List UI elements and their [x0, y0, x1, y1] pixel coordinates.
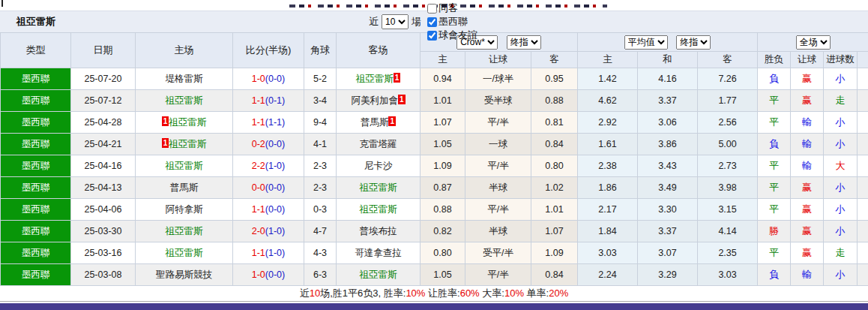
handicap-home-odds: 1.09	[421, 155, 465, 177]
away-team[interactable]: 祖亞雷斯	[337, 264, 421, 286]
filter-checkbox-label-0[interactable]: 同客	[421, 2, 477, 15]
handicap-line: 受平/半	[465, 242, 531, 264]
avg-home-odds: 1.86	[578, 177, 638, 199]
rank-badge: 1	[162, 116, 169, 126]
handicap-line: 平/半	[465, 155, 531, 177]
footer-stat-segment: 单率:	[524, 287, 549, 299]
avg-home-odds: 1.61	[578, 134, 638, 155]
handicap-away-odds: 0.84	[531, 134, 578, 155]
result-handicap: 赢	[791, 242, 824, 264]
handicap-home-odds: 1.07	[421, 112, 465, 134]
league-badge[interactable]: 墨西聯	[1, 134, 71, 155]
handicap-home-odds: 1.05	[421, 134, 465, 155]
avg-draw-odds: 3.49	[638, 177, 698, 199]
col-header-corner: 角球	[304, 33, 337, 68]
league-badge[interactable]: 墨西聯	[1, 242, 71, 264]
avg-away-odds: 4.14	[698, 221, 758, 242]
league-badge[interactable]: 墨西聯	[1, 90, 71, 112]
filter-checkbox-1[interactable]	[427, 17, 437, 27]
halftime-score: (1-0)	[265, 226, 285, 236]
match-date: 25-04-28	[71, 112, 136, 134]
halftime-score: (1-0)	[265, 161, 285, 171]
avg-draw-odds: 3.30	[638, 199, 698, 221]
away-team[interactable]: 尼卡沙	[337, 155, 421, 177]
fulltime-score: 1-1	[252, 95, 265, 106]
match-date: 25-07-12	[71, 90, 136, 112]
halftime-score: (0-0)	[265, 182, 285, 193]
fulltime-score: 1-1	[252, 117, 265, 128]
away-team[interactable]: 哥達拿查拉	[337, 242, 421, 264]
footer-stat-segment: 10	[310, 287, 320, 299]
handicap-home-odds: 0.87	[421, 177, 465, 199]
league-badge[interactable]: 墨西聯	[1, 199, 71, 221]
league-badge[interactable]: 墨西聯	[1, 155, 71, 177]
cut-column	[858, 264, 868, 286]
final-odds-select-2[interactable]: 终指	[676, 35, 711, 50]
away-team[interactable]: 祖亞雷斯	[337, 199, 421, 221]
home-team[interactable]: 阿特拿斯	[136, 199, 233, 221]
away-team[interactable]: 祖亞雷斯	[337, 177, 421, 199]
match-row: 墨西聯25-03-08聖路易斯競技1-0(0-0)6-3祖亞雷斯1.05平/半0…	[1, 264, 868, 286]
result-wdl: 負	[758, 134, 791, 155]
cut-column	[858, 242, 868, 264]
filter-controls: 近 10 場 同客墨西聯球會友誼	[369, 11, 479, 32]
fulltime-score: 2-0	[252, 226, 265, 236]
away-team[interactable]: 克雷塔羅	[337, 134, 421, 155]
home-team[interactable]: 祖亞雷斯	[136, 90, 233, 112]
result-wdl: 負	[758, 68, 791, 90]
filter-checkboxes: 同客墨西聯球會友誼	[421, 2, 479, 42]
cut-column	[858, 112, 868, 134]
filter-checkbox-label-1[interactable]: 墨西聯	[421, 15, 477, 29]
bottom-accent-bar	[0, 303, 868, 310]
handicap-away-odds: 0.88	[531, 90, 578, 112]
score-cell: 2-2(1-0)	[233, 155, 304, 177]
home-team[interactable]: 聖路易斯競技	[136, 264, 233, 286]
league-badge[interactable]: 墨西聯	[1, 177, 71, 199]
corner-score: 2-3	[304, 177, 337, 199]
handicap-home-odds: 0.88	[421, 199, 465, 221]
halftime-score: (0-0)	[265, 74, 285, 84]
league-badge[interactable]: 墨西聯	[1, 112, 71, 134]
team-header-bar: 祖亞雷斯 近 10 場 同客墨西聯球會友誼	[0, 11, 868, 32]
footer-stat-segment: 让胜率:	[425, 287, 459, 299]
rank-badge: 1	[398, 95, 406, 104]
filter-checkbox-0[interactable]	[427, 4, 437, 14]
away-team[interactable]: 普馬斯1	[337, 112, 421, 134]
fulltime-select[interactable]: 全场	[796, 35, 831, 50]
corner-score: 2-3	[304, 155, 337, 177]
footer-stat-segment: 场,胜1平6负3, 胜率:	[320, 287, 406, 299]
result-handicap: 赢	[791, 90, 824, 112]
filter-checkbox-2[interactable]	[427, 31, 437, 41]
home-team[interactable]: 1祖亞雷斯	[136, 134, 233, 155]
home-team[interactable]: 祖亞雷斯	[136, 155, 233, 177]
result-handicap: 赢	[791, 177, 824, 199]
handicap-line: 一/球半	[465, 68, 531, 90]
away-team[interactable]: 普埃布拉	[337, 221, 421, 242]
result-goals: 小	[824, 199, 858, 221]
score-cell: 1-1(1-0)	[233, 242, 304, 264]
games-label: 場	[412, 15, 421, 29]
home-team[interactable]: 1祖亞雷斯	[136, 112, 233, 134]
result-handicap: 輸	[791, 112, 824, 134]
corner-score: 6-3	[304, 264, 337, 286]
average-odds-select[interactable]: 平均值	[624, 35, 668, 50]
league-badge[interactable]: 墨西聯	[1, 68, 71, 90]
league-badge[interactable]: 墨西聯	[1, 221, 71, 242]
match-row: 墨西聯25-03-30祖亞雷斯2-0(1-0)4-7普埃布拉0.82半球1.07…	[1, 221, 868, 242]
home-team[interactable]: 堤格雷斯	[136, 68, 233, 90]
home-team[interactable]: 祖亞雷斯	[136, 221, 233, 242]
cut-column	[858, 68, 868, 90]
home-team[interactable]: 祖亞雷斯	[136, 242, 233, 264]
halftime-score: (1-0)	[265, 248, 285, 258]
final-odds-select[interactable]: 终指	[507, 35, 541, 50]
home-team[interactable]: 普馬斯	[136, 177, 233, 199]
avg-away-odds: 3.03	[698, 264, 758, 286]
league-badge[interactable]: 墨西聯	[1, 264, 71, 286]
rank-badge: 1	[394, 73, 401, 83]
away-team[interactable]: 祖亞雷斯1	[337, 68, 421, 90]
filter-checkbox-label-2[interactable]: 球會友誼	[421, 29, 477, 42]
handicap-line: 平/半	[465, 112, 531, 134]
recent-count-select[interactable]: 10	[382, 14, 409, 29]
footer-stat-segment: 20%	[549, 287, 568, 299]
away-team[interactable]: 阿美利加會1	[337, 90, 421, 112]
